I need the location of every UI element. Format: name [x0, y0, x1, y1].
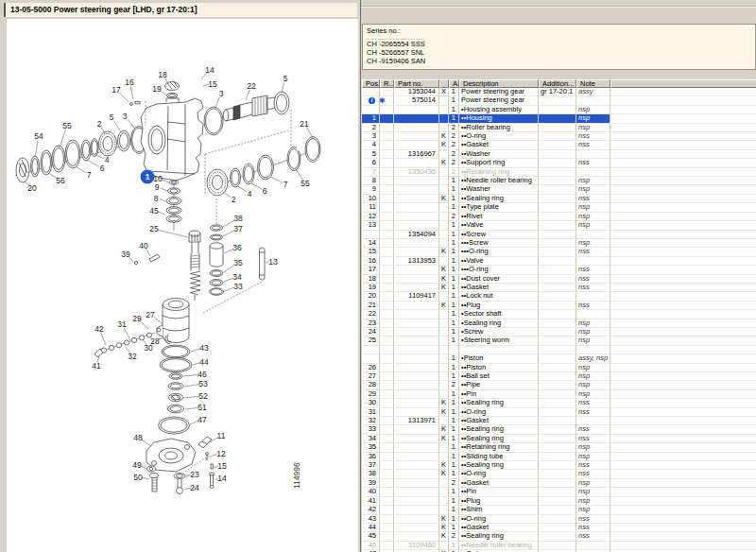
part-callout-6[interactable]: 6 [100, 164, 105, 173]
part-callout-13[interactable]: 13 [268, 257, 278, 267]
part-callout-44[interactable]: 44 [199, 357, 209, 367]
table-row[interactable]: 37K1••Sealing ringnss [362, 461, 756, 470]
table-row[interactable]: 231•Sealing ringnsp [362, 319, 756, 328]
table-row[interactable]: 11••Housingnsp [362, 114, 756, 123]
part-callout-22[interactable]: 22 [247, 81, 256, 91]
part-callout-55[interactable]: 55 [62, 121, 72, 130]
part-callout-32[interactable]: 32 [128, 352, 137, 361]
table-row[interactable]: 131••Valvensp [362, 221, 756, 230]
table-row[interactable]: 13540941••Screw [362, 231, 756, 239]
table-row[interactable] [362, 346, 756, 354]
column-header-partno[interactable]: Part no. [394, 79, 439, 88]
part-callout-56[interactable]: 56 [56, 176, 65, 185]
table-row[interactable]: 19K1••Gasketnss [362, 284, 756, 292]
table-row[interactable]: 392••Gasketnsp [362, 479, 756, 488]
part-callout-21[interactable]: 21 [300, 119, 309, 129]
column-header-blank[interactable] [439, 79, 449, 88]
part-callout-8[interactable]: 8 [154, 194, 159, 203]
part-callout-54[interactable]: 54 [34, 131, 43, 141]
table-row[interactable]: 221•Sector shaft [362, 310, 756, 319]
part-callout-38[interactable]: 38 [233, 214, 243, 223]
part-callout-50[interactable]: 50 [133, 473, 143, 482]
part-callout-20[interactable]: 20 [27, 183, 37, 193]
part-callout-41[interactable]: 41 [92, 361, 101, 371]
table-row[interactable]: 45K2••Sealing ringnss [362, 532, 756, 541]
part-callout-18[interactable]: 18 [158, 70, 167, 79]
table-row[interactable]: 261••Pistonnsp [362, 364, 756, 372]
table-row[interactable]: 421••Shimnsp [362, 506, 756, 514]
part-callout-11[interactable]: 11 [217, 431, 226, 440]
part-callout-3[interactable]: 3 [219, 89, 224, 98]
table-row[interactable]: 3213139711••Gasket [362, 417, 756, 425]
table-row[interactable]: 271••Ball setnsp [362, 372, 756, 381]
table-row[interactable]: 1613139531••Valve [362, 257, 756, 266]
table-row[interactable]: 30K1••Sealing ringnss [362, 399, 756, 407]
column-header-addition[interactable]: Addition... [539, 79, 576, 88]
part-callout-19[interactable]: 19 [152, 84, 162, 94]
part-callout-28[interactable]: 28 [150, 336, 160, 346]
part-callout-9[interactable]: 9 [155, 182, 160, 192]
part-callout-4[interactable]: 4 [105, 155, 110, 164]
column-header-note[interactable]: Note [576, 79, 610, 88]
table-row[interactable]: 5750141Power steering geari✱ [362, 96, 756, 105]
table-row[interactable]: 17K1•••O-ringnss [362, 266, 756, 274]
part-callout-29[interactable]: 29 [132, 314, 142, 323]
table-row[interactable]: 15K1•••O-ringnss [362, 248, 756, 256]
table-row[interactable]: 6K2••Support ringnss [362, 159, 756, 167]
part-callout-7[interactable]: 7 [87, 170, 92, 180]
part-callout-43[interactable]: 43 [199, 343, 209, 353]
table-row[interactable]: 21K1••Plugnss [362, 302, 756, 310]
table-row[interactable]: 351••Retaining ringnsp [362, 443, 756, 452]
table-row[interactable]: 513169672••Washer [362, 150, 756, 159]
info-icon[interactable]: i [369, 97, 375, 104]
table-row[interactable]: 401••Pinnsp [362, 488, 756, 496]
table-row[interactable]: 1•Pistonassy, nsp [362, 354, 756, 363]
part-callout-39[interactable]: 39 [121, 250, 130, 259]
table-row[interactable]: 411••Plugnsp [362, 497, 756, 506]
part-callout-4[interactable]: 4 [248, 189, 252, 198]
part-callout-15[interactable]: 15 [208, 79, 217, 89]
table-row[interactable]: 241•Screwnsp [362, 328, 756, 336]
part-callout-55[interactable]: 55 [301, 179, 310, 188]
part-callout-7[interactable]: 7 [284, 180, 288, 189]
part-callout-40[interactable]: 40 [139, 241, 148, 250]
part-callout-51[interactable]: 51 [198, 403, 207, 412]
part-callout-47[interactable]: 47 [198, 415, 207, 424]
table-row[interactable]: 44K1••Gasketnss [362, 524, 756, 532]
part-callout-14[interactable]: 14 [217, 474, 227, 483]
part-callout-35[interactable]: 35 [233, 258, 243, 267]
table-row[interactable]: 18K1••Dust covernss [362, 275, 756, 284]
part-callout-2[interactable]: 2 [97, 119, 102, 129]
table-row[interactable]: 34K1••Sealing ringnss [362, 435, 756, 443]
column-header-pos[interactable]: Pos. [362, 79, 380, 88]
highlighted-callout-1[interactable]: 1 [141, 170, 155, 184]
column-header-a[interactable]: A. [449, 79, 459, 88]
table-row[interactable]: 3K2••O-ringnss [362, 132, 756, 141]
table-row[interactable]: 22••Roller bearingnsp [362, 124, 756, 132]
table-row[interactable]: 251•Steering wormnsp [362, 336, 756, 345]
table-row[interactable]: 31K1••O-ringnss [362, 408, 756, 417]
column-header-r[interactable]: R... [380, 79, 394, 88]
table-row[interactable]: 282••Pipensp [362, 381, 756, 389]
table-row[interactable]: 4K2••Gasketnss [362, 141, 756, 149]
table-row[interactable]: 10K1••Sealing ringnss [362, 195, 756, 203]
part-callout-27[interactable]: 27 [146, 310, 155, 319]
part-callout-24[interactable]: 24 [190, 483, 199, 492]
part-callout-17[interactable]: 17 [112, 85, 121, 95]
part-callout-33[interactable]: 33 [233, 282, 243, 291]
part-callout-31[interactable]: 31 [117, 319, 127, 329]
part-callout-48[interactable]: 48 [133, 433, 143, 442]
table-row[interactable]: 122••Rivetnsp [362, 213, 756, 221]
part-callout-5[interactable]: 5 [110, 112, 114, 122]
table-row[interactable]: 33K1••Sealing ringnss [362, 425, 756, 434]
part-callout-45[interactable]: 45 [149, 206, 159, 216]
table-row[interactable]: 111••Type platensp [362, 203, 756, 212]
table-row[interactable]: 38K1••O-ringnss [362, 470, 756, 478]
part-callout-36[interactable]: 36 [232, 243, 242, 252]
part-callout-3[interactable]: 3 [123, 112, 128, 121]
part-callout-42[interactable]: 42 [94, 324, 104, 334]
part-callout-6[interactable]: 6 [263, 186, 267, 196]
table-row[interactable]: 2011094171••Lock nut [362, 292, 756, 301]
table-row[interactable]: 43K1••O-ringnss [362, 515, 756, 524]
part-callout-23[interactable]: 23 [190, 470, 199, 479]
